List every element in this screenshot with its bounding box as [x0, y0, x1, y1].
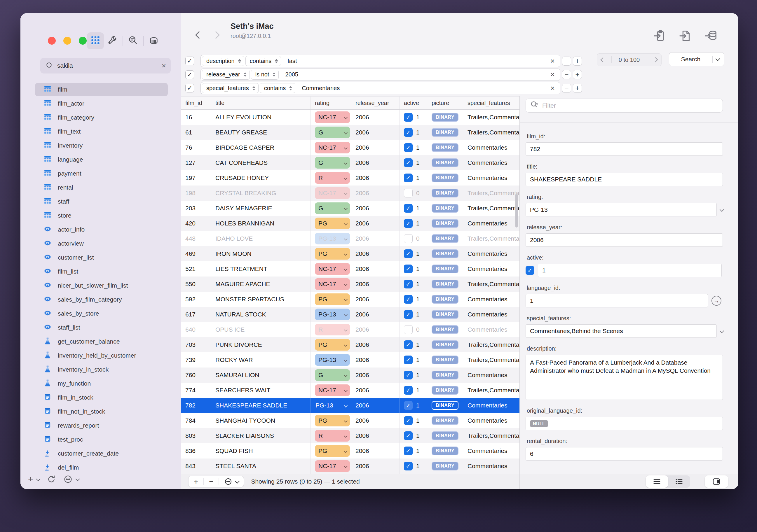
rating-dropdown[interactable]: R — [315, 324, 350, 336]
table-row[interactable]: 617NATURAL STOCKPG-132006✓1BINARYComment… — [181, 307, 520, 322]
table-row[interactable]: 420HOLES BRANNIGANPG2006✓1BINARYCommenta… — [181, 216, 520, 231]
field-input-original-language-id[interactable]: NULL — [526, 417, 723, 430]
structure-button[interactable] — [104, 32, 121, 49]
sidebar-item-film_text[interactable]: film_text — [20, 125, 181, 138]
sidebar-item-staff_list[interactable]: staff_list — [20, 320, 181, 335]
add-filter-button[interactable]: + — [573, 70, 582, 79]
back-button[interactable] — [192, 29, 204, 41]
active-checkbox[interactable]: ✓ — [404, 219, 413, 228]
field-input-rating[interactable]: PG-13 — [526, 203, 717, 217]
sidebar-item-film_not_in_stock[interactable]: film_not_in_stock — [20, 404, 181, 419]
sidebar-item-inventory_in_stock[interactable]: inventory_in_stock — [20, 363, 181, 376]
active-checkbox[interactable]: ✓ — [404, 173, 413, 182]
active-checkbox[interactable]: ✓ — [404, 401, 413, 410]
column-header-rating[interactable]: rating — [311, 97, 351, 109]
rating-dropdown[interactable]: G — [315, 369, 350, 381]
field-input-active[interactable]: 1 — [538, 264, 722, 277]
sidebar-item-film_in_stock[interactable]: film_in_stock — [20, 391, 181, 404]
sidebar-item-rewards_report[interactable]: rewards_report — [20, 419, 181, 432]
rating-dropdown[interactable]: NC-17 — [315, 142, 350, 153]
table-row[interactable]: 203DAISY MENAGERIEG2006✓1BINARYTrailers,… — [181, 201, 520, 216]
table-row[interactable]: 784SHANGHAI TYCOONPG2006✓1BINARYCommenta… — [181, 413, 520, 428]
active-checkbox[interactable]: ✓ — [404, 431, 413, 440]
add-filter-button[interactable]: + — [573, 84, 582, 93]
sidebar-search-field[interactable]: sakila × — [40, 58, 171, 74]
previous-page-icon[interactable] — [601, 57, 606, 62]
column-header-film_id[interactable]: film_id — [181, 97, 211, 109]
active-checkbox[interactable] — [404, 325, 413, 334]
more-options-button[interactable] — [63, 475, 79, 484]
sidebar-item-my_function[interactable]: my_function — [20, 376, 181, 391]
add-object-button[interactable]: + — [28, 474, 39, 484]
rating-dropdown[interactable]: G — [315, 157, 350, 168]
forward-button[interactable] — [211, 29, 223, 41]
sidebar-item-inventory[interactable]: inventory — [20, 138, 181, 153]
rating-dropdown[interactable]: G — [315, 202, 350, 214]
rating-dropdown[interactable]: R — [315, 172, 350, 184]
table-row[interactable]: 198CRYSTAL BREAKINGNC-1720060BINARYTrail… — [181, 186, 520, 201]
filter-column-select[interactable]: description — [202, 56, 244, 66]
copy-row-button[interactable] — [653, 29, 667, 44]
table-row[interactable]: 760SAMURAI LIONG2006✓1BINARYCommentaries — [181, 368, 520, 383]
table-row[interactable]: 469IRON MOONPG2006✓1BINARYCommentaries — [181, 246, 520, 261]
active-checkbox[interactable]: ✓ — [404, 447, 413, 455]
filter-value-input[interactable]: 2005 — [285, 71, 550, 78]
filter-enabled-checkbox[interactable]: ✓ — [185, 57, 194, 65]
field-input-description[interactable]: A Fast-Paced Panorama of a Lumberjack An… — [526, 355, 723, 400]
filter-value-input[interactable]: Commentaries — [302, 85, 550, 92]
sidebar-item-actor_info[interactable]: actor_info — [20, 222, 181, 237]
rating-dropdown[interactable]: PG-13 — [315, 309, 350, 320]
table-row[interactable]: 550MAGUIRE APACHENC-172006✓1BINARYTraile… — [181, 277, 520, 292]
active-checkbox[interactable]: ✓ — [404, 295, 413, 304]
table-row[interactable]: 836SQUAD FISHPG2006✓1BINARYCommentaries — [181, 443, 520, 458]
filter-value-input[interactable]: fast — [288, 58, 550, 65]
active-checkbox[interactable]: ✓ — [404, 310, 413, 319]
active-checkbox[interactable]: ✓ — [404, 280, 413, 288]
refresh-button[interactable] — [47, 475, 56, 484]
sidebar-search-value[interactable]: sakila — [57, 62, 162, 69]
active-checkbox[interactable]: ✓ — [404, 113, 413, 122]
import-database-button[interactable] — [705, 29, 718, 44]
rating-dropdown[interactable]: PG-13 — [315, 399, 350, 411]
sidebar-item-language[interactable]: language — [20, 153, 181, 166]
row-options-button[interactable] — [219, 478, 244, 486]
rating-dropdown[interactable]: NC-17 — [315, 111, 350, 123]
active-checkbox[interactable]: ✓ — [404, 265, 413, 273]
sidebar-item-nicer_but_slower_film_list[interactable]: nicer_but_slower_film_list — [20, 279, 181, 293]
table-row[interactable]: 76BIRDCAGE CASPERNC-172006✓1BINARYCommen… — [181, 140, 520, 155]
filter-enabled-checkbox[interactable]: ✓ — [185, 70, 194, 79]
add-row-button[interactable]: + — [189, 477, 203, 486]
filter-operator-select[interactable]: contains — [245, 56, 281, 66]
column-header-special_features[interactable]: special_features — [463, 97, 520, 109]
rating-dropdown[interactable]: NC-17 — [315, 460, 350, 472]
rating-dropdown[interactable]: NC-17 — [315, 278, 350, 290]
sidebar-item-film_category[interactable]: film_category — [20, 110, 181, 125]
remove-filter-button[interactable]: − — [562, 70, 571, 79]
filter-clear-icon[interactable]: × — [550, 70, 555, 79]
export-file-button[interactable] — [679, 29, 692, 44]
sidebar-item-sales_by_film_category[interactable]: sales_by_film_category — [20, 293, 181, 307]
field-input-film-id[interactable]: 782 — [526, 142, 723, 156]
sidebar-item-sales_by_store[interactable]: sales_by_store — [20, 307, 181, 320]
zoom-button[interactable] — [79, 37, 87, 44]
table-row[interactable]: 739ROCKY WARPG-132006✓1BINARYTrailers,Co… — [181, 352, 520, 368]
grid-view-button[interactable] — [87, 32, 104, 49]
rating-dropdown[interactable]: PG — [315, 248, 350, 260]
filter-column-select[interactable]: release_year — [202, 70, 250, 80]
delete-row-button[interactable]: − — [204, 477, 219, 486]
table-row[interactable]: 592MONSTER SPARTACUSPG2006✓1BINARYCommen… — [181, 292, 520, 307]
sidebar-item-inventory_held_by_customer[interactable]: inventory_held_by_customer — [20, 348, 181, 363]
column-header-title[interactable]: title — [211, 97, 311, 109]
active-checkbox[interactable]: ✓ — [404, 158, 413, 167]
active-checkbox[interactable]: ✓ — [404, 356, 413, 364]
rating-dropdown[interactable]: PG — [315, 339, 350, 351]
field-input-special-features[interactable]: Commentaries,Behind the Scenes — [526, 324, 717, 338]
sidebar-item-actorview[interactable]: actorview — [20, 237, 181, 251]
form-view-button[interactable] — [646, 475, 668, 488]
rating-dropdown[interactable]: PG — [315, 293, 350, 305]
rating-dropdown[interactable]: PG-13 — [315, 354, 350, 366]
query-search-button[interactable] — [125, 32, 141, 49]
sidebar-item-store[interactable]: store — [20, 209, 181, 222]
active-checkbox[interactable]: ✓ — [404, 204, 413, 213]
table-row[interactable]: 703PUNK DIVORCEPG2006✓1BINARYTrailers,Co… — [181, 337, 520, 352]
